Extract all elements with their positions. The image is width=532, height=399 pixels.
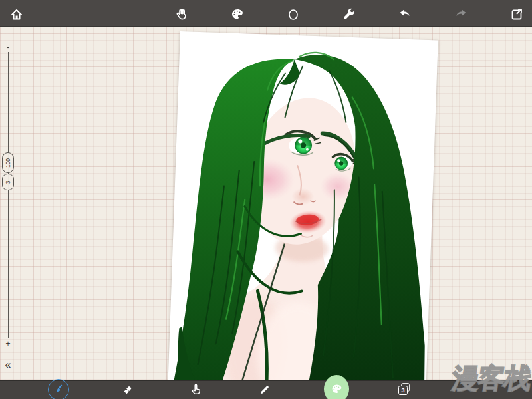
paint-brush-icon	[52, 383, 65, 396]
hand-pan-icon[interactable]	[174, 7, 189, 22]
palette-icon[interactable]	[230, 7, 245, 22]
artwork-portrait[interactable]	[168, 31, 438, 399]
current-color-dab[interactable]	[324, 375, 349, 399]
home-icon[interactable]	[9, 7, 24, 22]
top-toolbar	[0, 0, 532, 27]
brush-size-value-pill[interactable]: 100	[2, 152, 14, 173]
slider-plus-label: +	[5, 339, 10, 348]
brush-alt-value-pill[interactable]: 3	[2, 174, 14, 190]
finger-smudge-icon[interactable]	[189, 382, 203, 397]
layers-count-badge: 3	[398, 386, 408, 395]
wrench-settings-icon[interactable]	[342, 7, 356, 22]
undo-icon[interactable]	[398, 7, 412, 22]
collapse-panel-chevron[interactable]: «	[5, 359, 11, 371]
eraser-icon[interactable]	[120, 382, 135, 397]
layers-button[interactable]: 3	[398, 383, 411, 396]
slider-minus-label: -	[7, 43, 9, 52]
pencil-icon[interactable]	[257, 382, 272, 397]
app-workspace: - 100 3 + «	[0, 0, 532, 399]
canvas-paper[interactable]	[168, 31, 438, 399]
brush-size-slider[interactable]: - 100 3 + «	[0, 0, 20, 399]
paint-brush-tool-active[interactable]	[48, 379, 69, 399]
share-export-icon[interactable]	[509, 7, 524, 22]
slider-track[interactable]	[8, 52, 9, 338]
palette-icon	[331, 383, 343, 396]
watermark-logo: 漫客栈	[450, 360, 532, 397]
redo-icon[interactable]	[454, 7, 468, 22]
shape-circle-icon[interactable]	[286, 7, 301, 22]
